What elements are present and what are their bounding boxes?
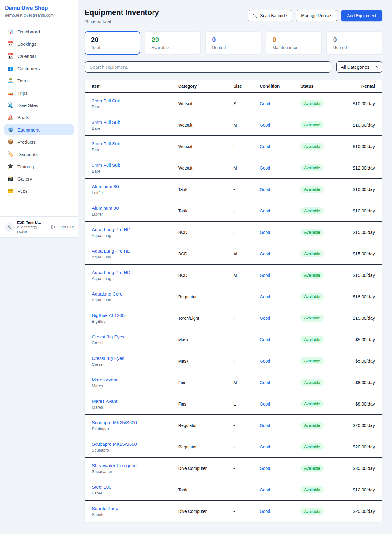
item-name-link[interactable]: Aluminum 80: [92, 184, 178, 189]
sidebar-item-training[interactable]: 🎓 Training: [4, 161, 74, 172]
item-size: -: [233, 316, 260, 321]
sidebar-item-pos[interactable]: 💳 POS: [4, 186, 74, 196]
condition-link[interactable]: Good: [260, 144, 270, 149]
table-row[interactable]: Suunto Zoop Suunto Dive Computer - Good …: [85, 501, 382, 522]
item-name-link[interactable]: Aqua Lung Pro HD: [92, 248, 178, 254]
stat-card-maintenance[interactable]: 0 Maintenance: [266, 31, 322, 55]
sidebar-item-dive-sites[interactable]: 🌊 Dive Sites: [4, 100, 74, 110]
sidebar-item-discounts[interactable]: 🏷️ Discounts: [4, 149, 74, 159]
add-equipment-button[interactable]: Add Equipment: [341, 10, 382, 21]
camera-icon: 📸: [7, 176, 13, 182]
sidebar-item-calendar[interactable]: 📆 Calendar: [4, 51, 74, 61]
table-row[interactable]: Aqua Lung Pro HD Aqua Lung BCD M Good Av…: [85, 265, 382, 286]
sidebar-item-tours[interactable]: 🏝️ Tours: [4, 75, 74, 86]
table-row[interactable]: Scubapro MK25/S600 Scubapro Regulator - …: [85, 436, 382, 458]
sidebar-item-dashboard[interactable]: 📊 Dashboard: [4, 26, 74, 37]
table-row[interactable]: Mares Avanti Mares Fins M Good Available…: [85, 372, 382, 393]
stat-card-rented[interactable]: 0 Rented: [205, 31, 261, 55]
sidebar-item-gallery[interactable]: 📸 Gallery: [4, 174, 74, 184]
table-row[interactable]: Steel 100 Faber Tank - Good Available $1…: [85, 479, 382, 501]
sidebar-item-label: Training: [17, 164, 34, 169]
condition-link[interactable]: Good: [260, 294, 270, 299]
table-row[interactable]: Cressi Big Eyes Cressi Mask - Good Avail…: [85, 350, 382, 372]
table-row[interactable]: 5mm Full Suit Bare Wetsuit M Good Availa…: [85, 157, 382, 179]
sign-out-button[interactable]: Sign Out: [51, 225, 74, 229]
item-name-link[interactable]: Scubapro MK25/S600: [92, 441, 178, 447]
item-name-link[interactable]: Cressi Big Eyes: [92, 356, 178, 361]
condition-link[interactable]: Good: [260, 251, 270, 256]
stat-card-available[interactable]: 20 Available: [145, 31, 201, 55]
item-rental: $5.00/day: [355, 337, 375, 342]
sidebar-item-customers[interactable]: 👥 Customers: [4, 63, 74, 74]
item-name-link[interactable]: Aqua Lung Pro HD: [92, 227, 178, 232]
tag-icon: 🏷️: [7, 151, 13, 157]
item-name-link[interactable]: Aluminum 80: [92, 205, 178, 211]
condition-link[interactable]: Good: [260, 444, 270, 449]
item-name-link[interactable]: 3mm Full Suit: [92, 141, 178, 146]
condition-link[interactable]: Good: [260, 466, 270, 471]
item-brand: Shearwater: [92, 469, 178, 474]
table-row[interactable]: 3mm Full Suit Bare Wetsuit M Good Availa…: [85, 114, 382, 136]
table-row[interactable]: BigBlue AL1200 BigBlue Torch/Light - Goo…: [85, 307, 382, 329]
condition-link[interactable]: Good: [260, 337, 270, 342]
condition-link[interactable]: Good: [260, 101, 270, 106]
sidebar-item-bookings[interactable]: 📅 Bookings: [4, 39, 74, 49]
condition-link[interactable]: Good: [260, 166, 270, 170]
table-row[interactable]: Shearwater Peregrine Shearwater Dive Com…: [85, 458, 382, 479]
item-brand: Aqua Lung: [92, 298, 178, 302]
condition-link[interactable]: Good: [260, 359, 270, 364]
condition-link[interactable]: Good: [260, 273, 270, 278]
status-badge: Available: [300, 186, 324, 193]
item-name-link[interactable]: Shearwater Peregrine: [92, 463, 178, 468]
item-name-link[interactable]: Aqua Lung Pro HD: [92, 270, 178, 275]
search-input[interactable]: [85, 61, 331, 73]
condition-link[interactable]: Good: [260, 380, 270, 385]
condition-link[interactable]: Good: [260, 509, 270, 514]
item-name-link[interactable]: Mares Avanti: [92, 377, 178, 382]
condition-link[interactable]: Good: [260, 230, 270, 235]
table-row[interactable]: Aluminum 80 Luxfer Tank - Good Available…: [85, 179, 382, 200]
table-row[interactable]: Mares Avanti Mares Fins L Good Available…: [85, 393, 382, 415]
scan-barcode-button[interactable]: Scan Barcode: [248, 10, 292, 21]
item-name-link[interactable]: Mares Avanti: [92, 399, 178, 404]
sidebar-item-label: Dashboard: [17, 29, 40, 34]
sidebar-item-products[interactable]: 📦 Products: [4, 137, 74, 147]
sidebar-item-label: Products: [17, 139, 36, 145]
table-row[interactable]: Aqualung Core Aqua Lung Regulator - Good…: [85, 286, 382, 307]
item-name-link[interactable]: BigBlue AL1200: [92, 313, 178, 318]
item-name-link[interactable]: Cressi Big Eyes: [92, 334, 178, 339]
sidebar-item-trips[interactable]: 🚤 Trips: [4, 88, 74, 98]
graduation-cap-icon: 🎓: [7, 163, 13, 170]
table-row[interactable]: Aqua Lung Pro HD Aqua Lung BCD L Good Av…: [85, 222, 382, 243]
condition-link[interactable]: Good: [260, 208, 270, 213]
item-name-link[interactable]: Scubapro MK25/S600: [92, 420, 178, 425]
table-row[interactable]: Aqua Lung Pro HD Aqua Lung BCD XL Good A…: [85, 243, 382, 265]
item-name-link[interactable]: 3mm Full Suit: [92, 120, 178, 125]
table-row[interactable]: 3mm Full Suit Bare Wetsuit L Good Availa…: [85, 136, 382, 157]
item-name-link[interactable]: Suunto Zoop: [92, 506, 178, 511]
condition-link[interactable]: Good: [260, 402, 270, 406]
category-select[interactable]: All Categories: [336, 61, 382, 73]
item-name-link[interactable]: Steel 100: [92, 484, 178, 490]
stat-card-total[interactable]: 20 Total: [85, 31, 140, 55]
item-name-link[interactable]: 3mm Full Suit: [92, 98, 178, 103]
sidebar-item-equipment[interactable]: 🤿 Equipment: [4, 124, 74, 135]
condition-link[interactable]: Good: [260, 316, 270, 321]
table-row[interactable]: Cressi Big Eyes Cressi Mask - Good Avail…: [85, 329, 382, 350]
item-size: M: [233, 166, 260, 170]
table-row[interactable]: 3mm Full Suit Bare Wetsuit S Good Availa…: [85, 93, 382, 114]
table-row[interactable]: Aluminum 80 Luxfer Tank - Good Available…: [85, 200, 382, 222]
condition-link[interactable]: Good: [260, 487, 270, 492]
item-category: Wetsuit: [178, 166, 233, 170]
table-row[interactable]: Scubapro MK25/S600 Scubapro Regulator - …: [85, 415, 382, 436]
column-header-size: Size: [233, 84, 260, 89]
manage-rentals-button[interactable]: Manage Rentals: [296, 10, 337, 21]
sidebar-item-boats[interactable]: ⛵ Boats: [4, 112, 74, 123]
condition-link[interactable]: Good: [260, 187, 270, 192]
item-name-link[interactable]: Aqualung Core: [92, 291, 178, 296]
item-name-link[interactable]: 5mm Full Suit: [92, 162, 178, 168]
condition-link[interactable]: Good: [260, 123, 270, 128]
brand-name[interactable]: Demo Dive Shop: [5, 5, 73, 11]
condition-link[interactable]: Good: [260, 423, 270, 428]
stat-card-retired[interactable]: 0 Retired: [326, 31, 382, 55]
